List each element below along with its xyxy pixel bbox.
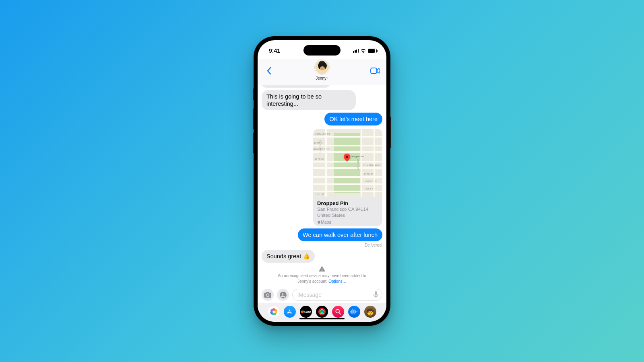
chevron-left-icon (266, 67, 272, 75)
conversation-header: Jenny› (258, 59, 386, 85)
fitness-app[interactable] (316, 306, 328, 318)
appstore-icon (287, 309, 293, 315)
mute-switch[interactable] (253, 88, 254, 100)
apps-button[interactable] (277, 289, 289, 301)
street-label: LIBERTY ST (364, 180, 378, 183)
video-icon (370, 68, 380, 74)
outgoing-bubble[interactable]: OK let's meet here (324, 113, 382, 125)
waveform-icon (350, 309, 358, 315)
volume-down-button[interactable] (253, 133, 254, 153)
map-address-line2: United States (317, 212, 378, 218)
contact-avatar (314, 60, 330, 75)
svg-point-9 (320, 310, 324, 314)
wifi-icon (360, 49, 366, 53)
map-source-app: Maps (317, 220, 378, 224)
power-button[interactable] (390, 117, 391, 148)
street-label: DOLORES (357, 158, 359, 170)
memoji-icon: 🧒 (366, 308, 374, 316)
back-button[interactable] (263, 65, 275, 76)
apple-logo-icon: 🍎 (301, 310, 304, 313)
incoming-bubble-clipped[interactable] (262, 85, 330, 88)
contact-name-label: Jenny› (316, 76, 328, 80)
camera-icon (264, 292, 271, 298)
message-thread[interactable]: This is going to be so interesting... OK… (258, 85, 386, 287)
cellular-icon (353, 49, 359, 53)
map-attachment[interactable]: DORLAND ST 18TH ST HANCOCK ST 19TH ST CU… (313, 129, 382, 226)
street-label: DORLAND ST (315, 133, 330, 135)
map-preview: DORLAND ST 18TH ST HANCOCK ST 19TH ST CU… (313, 129, 382, 197)
facetime-button[interactable] (369, 65, 381, 76)
delivered-receipt: Delivered (262, 243, 382, 247)
apple-cash-app[interactable]: 🍎Cash (300, 306, 312, 318)
home-indicator[interactable] (299, 318, 345, 319)
app-store-icon (280, 292, 287, 298)
battery-icon (368, 49, 377, 53)
message-input[interactable]: iMessage (292, 289, 382, 301)
compose-row: iMessage (258, 287, 386, 303)
chevron-right-icon: › (327, 76, 328, 80)
message-placeholder: iMessage (297, 292, 322, 298)
svg-line-12 (339, 313, 341, 314)
phone-screen: 9:41 Jenny› This (258, 40, 386, 322)
street-label: 19TH ST (315, 158, 324, 160)
street-label: HILL ST (316, 193, 324, 195)
street-label: 20TH ST (364, 173, 374, 175)
warning-text: An unrecognized device may have been add… (278, 274, 366, 284)
volume-up-button[interactable] (253, 109, 254, 129)
audio-app[interactable] (348, 306, 360, 318)
search-icon (335, 309, 341, 315)
photos-app[interactable] (268, 306, 280, 318)
apple-logo-icon (317, 220, 320, 224)
street-label: CHURCH ST (319, 140, 322, 154)
warning-options-link[interactable]: Options… (328, 279, 346, 284)
map-pin-label: Dropped Pin (351, 155, 364, 158)
street-label: CUMBERLAND (363, 164, 380, 167)
music-app[interactable] (332, 306, 344, 318)
phone-frame: 9:41 Jenny› This (254, 36, 390, 326)
outgoing-bubble[interactable]: We can walk over after lunch (298, 228, 382, 241)
security-warning: An unrecognized device may have been add… (262, 265, 382, 286)
incoming-bubble[interactable]: Sounds great 👍 (262, 250, 315, 263)
incoming-bubble[interactable]: This is going to be so interesting... (262, 90, 356, 110)
svg-point-10 (321, 311, 323, 313)
status-time: 9:41 (269, 47, 280, 54)
map-address-line1: San Francisco CA 94114 (317, 206, 378, 212)
svg-point-7 (270, 309, 273, 312)
appstore-imessage-app[interactable] (284, 306, 296, 318)
street-label: 21ST ST (365, 187, 375, 190)
dynamic-island (303, 45, 341, 56)
dictation-icon (373, 291, 379, 298)
cash-label: Cash (304, 311, 311, 313)
map-title: Dropped Pin (317, 200, 378, 206)
activity-rings-icon (318, 308, 326, 316)
camera-button[interactable] (262, 289, 274, 301)
svg-rect-0 (371, 68, 377, 74)
contact-info-button[interactable]: Jenny› (314, 60, 330, 80)
photos-icon (270, 308, 277, 315)
warning-icon (319, 266, 325, 272)
memoji-app[interactable]: 🧒 (364, 306, 376, 318)
